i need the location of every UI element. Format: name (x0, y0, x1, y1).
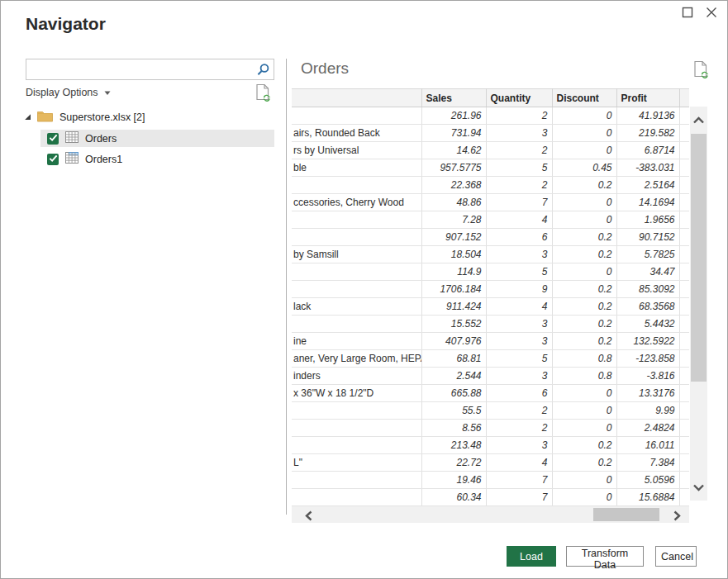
navigator-dialog: Navigator Display Options (0, 0, 728, 579)
cell-profit: 5.0596 (616, 472, 679, 489)
column-header-profit: Profit (616, 89, 679, 107)
close-icon (706, 7, 717, 21)
table-row: 261.96 2 0 41.9136 (292, 107, 689, 125)
cell-filler (679, 246, 689, 263)
cell-product: ine (292, 333, 421, 350)
cell-profit: -123.858 (616, 350, 679, 368)
tree-item-orders1[interactable]: Orders1 (40, 150, 274, 168)
cell-filler (679, 298, 689, 316)
chevron-right-icon[interactable] (673, 510, 681, 524)
magnifier-icon[interactable] (256, 63, 270, 80)
cell-profit: -383.031 (616, 159, 679, 177)
cell-sales: 907.152 (421, 229, 486, 246)
tree-node-superstore[interactable]: Superstore.xlsx [2] (24, 108, 145, 126)
vertical-scrollbar-thumb[interactable] (691, 134, 707, 382)
cell-product (292, 437, 421, 454)
checkmark-icon (49, 133, 58, 145)
refresh-file-icon[interactable] (693, 60, 711, 84)
load-button[interactable]: Load (507, 546, 556, 567)
tree-item-orders[interactable]: Orders (40, 130, 274, 147)
cell-filler (679, 350, 689, 368)
cell-quantity: 6 (486, 229, 552, 246)
preview-title: Orders (301, 59, 349, 78)
chevron-down-icon[interactable] (692, 480, 705, 495)
cell-product (292, 263, 421, 281)
cell-discount: 0.2 (552, 333, 616, 350)
cell-profit: 2.5164 (616, 177, 679, 194)
table-row: 114.9 5 0 34.47 (292, 263, 689, 281)
cell-product (292, 229, 421, 246)
table-row: ccessories, Cherry Wood 48.86 7 0 14.169… (292, 194, 689, 211)
table-row: ble 957.5775 5 0.45 -383.031 (292, 159, 689, 177)
cell-quantity: 2 (486, 420, 552, 437)
cell-product: airs, Rounded Back (292, 125, 421, 142)
sheet-grid-icon (65, 152, 79, 166)
cell-quantity: 7 (486, 489, 552, 506)
table-row: lack 911.424 4 0.2 68.3568 (292, 298, 689, 316)
table-row: airs, Rounded Back 731.94 3 0 219.582 (292, 125, 689, 142)
dialog-title: Navigator (26, 14, 106, 34)
cell-sales: 14.62 (421, 142, 486, 159)
close-button[interactable] (703, 6, 720, 22)
column-header-discount: Discount (552, 89, 616, 107)
cell-quantity: 3 (486, 368, 552, 385)
cell-filler (679, 107, 689, 125)
chevron-up-icon[interactable] (692, 112, 705, 127)
cell-profit: 41.9136 (616, 107, 679, 125)
cell-quantity: 4 (486, 211, 552, 229)
cell-discount: 0 (552, 402, 616, 420)
table-row: 55.5 2 0 9.99 (292, 402, 689, 420)
cell-sales: 22.368 (421, 177, 486, 194)
table-row: 22.368 2 0.2 2.5164 (292, 177, 689, 194)
cell-product: aner, Very Large Room, HEPA I (292, 350, 421, 368)
orders-checkbox[interactable] (47, 133, 59, 145)
orders1-checkbox[interactable] (47, 154, 59, 165)
cell-product: L" (292, 454, 421, 472)
preview-table: Sales Quantity Discount Profit 261.96 2 … (292, 88, 689, 506)
refresh-file-icon[interactable] (255, 83, 274, 107)
folder-icon (37, 110, 53, 125)
horizontal-scrollbar-thumb[interactable] (593, 508, 659, 521)
cell-product: by Samsill (292, 246, 421, 263)
cell-product: x 36"W x 18 1/2"D (292, 385, 421, 402)
chevron-down-icon (104, 87, 111, 98)
triangle-expanded-icon[interactable] (24, 112, 31, 123)
pane-divider (286, 59, 287, 515)
cell-quantity: 6 (486, 385, 552, 402)
vertical-scrollbar[interactable] (690, 107, 707, 501)
maximize-icon (682, 7, 693, 21)
cell-sales: 407.976 (421, 333, 486, 350)
cancel-button[interactable]: Cancel (655, 546, 697, 567)
transform-data-button[interactable]: Transform Data (566, 546, 644, 567)
cell-quantity: 4 (486, 454, 552, 472)
search-input[interactable] (26, 59, 258, 79)
cell-sales: 8.56 (421, 420, 486, 437)
cell-discount: 0.2 (552, 281, 616, 298)
cell-product (292, 107, 421, 125)
cell-profit: 2.4824 (616, 420, 679, 437)
cell-filler (679, 211, 689, 229)
cell-product: ccessories, Cherry Wood (292, 194, 421, 211)
cell-product (292, 472, 421, 489)
cell-filler (679, 142, 689, 159)
cell-filler (679, 420, 689, 437)
cell-sales: 19.46 (421, 472, 486, 489)
cell-filler (679, 194, 689, 211)
cell-discount: 0.2 (552, 454, 616, 472)
cell-quantity: 2 (486, 177, 552, 194)
cell-filler (679, 437, 689, 454)
cell-product: inders (292, 368, 421, 385)
cell-discount: 0.2 (552, 177, 616, 194)
horizontal-scrollbar[interactable] (292, 506, 689, 523)
table-row: inders 2.544 3 0.8 -3.816 (292, 368, 689, 385)
cell-discount: 0 (552, 142, 616, 159)
cell-profit: 132.5922 (616, 333, 679, 350)
chevron-left-icon[interactable] (305, 510, 312, 524)
column-header-product (292, 89, 421, 107)
cell-filler (679, 333, 689, 350)
cell-sales: 7.28 (421, 211, 486, 229)
maximize-button[interactable] (679, 6, 696, 22)
table-row: 1706.184 9 0.2 85.3092 (292, 281, 689, 298)
cell-profit: 7.384 (616, 454, 679, 472)
display-options-dropdown[interactable]: Display Options (26, 86, 111, 99)
